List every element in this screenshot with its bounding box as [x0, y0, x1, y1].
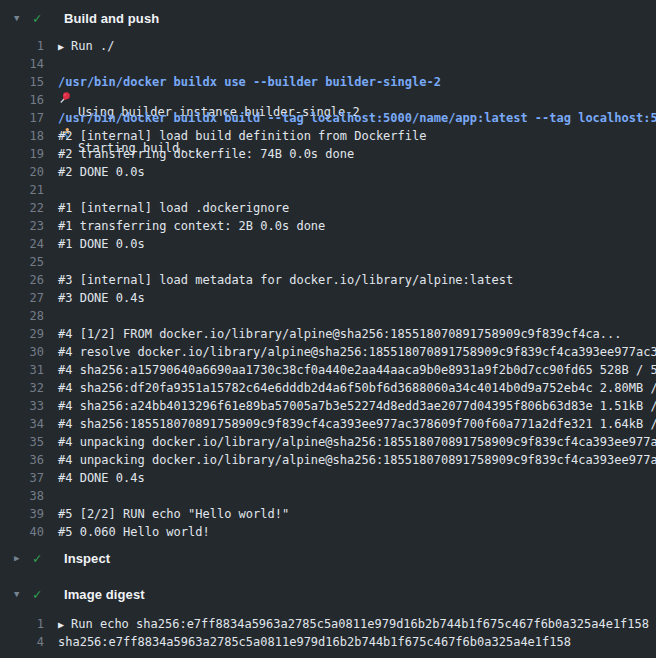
line-number: 34 [0, 415, 44, 433]
expand-run-icon[interactable]: ▶ [58, 38, 64, 56]
line-number: 16 [0, 91, 44, 109]
line-number: 39 [0, 505, 44, 523]
chevron-down-icon[interactable]: ▼ [14, 8, 26, 28]
log-line[interactable]: 38 [0, 487, 656, 505]
log-line[interactable]: 33#4 sha256:a24bb4013296f61e89ba57005a7b… [0, 397, 656, 415]
line-number: 28 [0, 307, 44, 325]
log-text: #5 0.060 Hello world! [44, 523, 210, 541]
section-header-build-and-push[interactable]: ▼ ✓ Build and push [0, 8, 656, 28]
log-line[interactable]: 30#4 resolve docker.io/library/alpine@sh… [0, 343, 656, 361]
log-text: #1 [internal] load .dockerignore [44, 199, 289, 217]
log-line[interactable]: 27#3 DONE 0.4s [0, 289, 656, 307]
log-line[interactable]: 15/usr/bin/docker buildx use --builder b… [0, 73, 656, 91]
log-text: #3 [internal] load metadata for docker.i… [44, 271, 513, 289]
line-number: 17 [0, 109, 44, 127]
line-number: 18 [0, 127, 44, 145]
chevron-right-icon[interactable]: ▶ [14, 548, 26, 568]
log-text [44, 307, 58, 325]
log-text: /usr/bin/docker buildx use --builder bui… [44, 73, 441, 91]
log-line[interactable]: 20#2 DONE 0.0s [0, 163, 656, 181]
log-line[interactable]: 17/usr/bin/docker buildx build --tag loc… [0, 109, 656, 127]
log-lines-image-digest: 1▶Run echo sha256:e7ff8834a5963a2785c5a0… [0, 615, 656, 651]
line-number: 22 [0, 199, 44, 217]
log-line[interactable]: 31#4 sha256:a15790640a6690aa1730c38cf0a4… [0, 361, 656, 379]
log-text [44, 253, 58, 271]
section-title: Build and push [64, 11, 159, 26]
log-line[interactable]: 1▶Run echo sha256:e7ff8834a5963a2785c5a0… [0, 615, 656, 633]
line-number: 25 [0, 253, 44, 271]
line-number: 14 [0, 55, 44, 73]
line-number: 31 [0, 361, 44, 379]
section-header-inspect[interactable]: ▶ ✓ Inspect [0, 548, 656, 568]
log-line[interactable]: 34#4 sha256:185518070891758909c9f839cf4c… [0, 415, 656, 433]
log-text: Starting build... [44, 91, 201, 109]
log-line[interactable]: 21 [0, 181, 656, 199]
line-number: 20 [0, 163, 44, 181]
line-number: 40 [0, 523, 44, 541]
log-line[interactable]: 14 Using builder instance builder-single… [0, 55, 656, 73]
check-success-icon: ✓ [33, 548, 49, 568]
log-text: #2 transferring dockerfile: 74B 0.0s don… [44, 145, 354, 163]
log-line[interactable]: 1▶Run ./ [0, 37, 656, 55]
line-number: 15 [0, 73, 44, 91]
log-text: #4 DONE 0.4s [44, 469, 145, 487]
line-number: 27 [0, 289, 44, 307]
line-number: 21 [0, 181, 44, 199]
log-text: #4 sha256:185518070891758909c9f839cf4ca3… [44, 415, 656, 433]
log-line[interactable]: 28 [0, 307, 656, 325]
log-line[interactable]: 32#4 sha256:df20fa9351a15782c64e6dddb2d4… [0, 379, 656, 397]
check-success-icon: ✓ [33, 8, 49, 28]
log-text: #4 sha256:a15790640a6690aa1730c38cf0a440… [44, 361, 656, 379]
log-text: #1 transferring context: 2B 0.0s done [44, 217, 325, 235]
line-number: 1 [0, 615, 44, 633]
check-success-icon: ✓ [33, 584, 49, 604]
log-line[interactable]: 35#4 unpacking docker.io/library/alpine@… [0, 433, 656, 451]
log-line[interactable]: 23#1 transferring context: 2B 0.0s done [0, 217, 656, 235]
log-text: #2 [internal] load build definition from… [44, 127, 426, 145]
log-line[interactable]: 4sha256:e7ff8834a5963a2785c5a0811e979d16… [0, 633, 656, 651]
line-number: 1 [0, 37, 44, 55]
log-line[interactable]: 40#5 0.060 Hello world! [0, 523, 656, 541]
log-text: ▶Run echo sha256:e7ff8834a5963a2785c5a08… [44, 615, 649, 633]
log-line[interactable]: 26#3 [internal] load metadata for docker… [0, 271, 656, 289]
log-text: #5 [2/2] RUN echo "Hello world!" [44, 505, 289, 523]
log-text: Using builder instance builder-single-2 [44, 55, 360, 73]
line-number: 32 [0, 379, 44, 397]
log-lines-build-and-push: 1▶Run ./14 Using builder instance builde… [0, 37, 656, 541]
log-text: #4 resolve docker.io/library/alpine@sha2… [44, 343, 656, 361]
log-text: sha256:e7ff8834a5963a2785c5a0811e979d16b… [44, 633, 571, 651]
expand-run-icon[interactable]: ▶ [58, 616, 64, 634]
log-text: #4 sha256:a24bb4013296f61e89ba57005a7b3e… [44, 397, 656, 415]
log-text: #4 unpacking docker.io/library/alpine@sh… [44, 433, 656, 451]
workflow-log-viewer: ▼ ✓ Build and push 1▶Run ./14 Using buil… [0, 0, 656, 658]
log-line[interactable]: 37#4 DONE 0.4s [0, 469, 656, 487]
log-line[interactable]: 36#4 unpacking docker.io/library/alpine@… [0, 451, 656, 469]
line-number: 19 [0, 145, 44, 163]
line-number: 29 [0, 325, 44, 343]
line-number: 36 [0, 451, 44, 469]
log-line[interactable]: 22#1 [internal] load .dockerignore [0, 199, 656, 217]
line-number: 26 [0, 271, 44, 289]
log-line[interactable]: 19#2 transferring dockerfile: 74B 0.0s d… [0, 145, 656, 163]
line-number: 33 [0, 397, 44, 415]
line-number: 23 [0, 217, 44, 235]
log-line[interactable]: 29#4 [1/2] FROM docker.io/library/alpine… [0, 325, 656, 343]
log-line[interactable]: 18#2 [internal] load build definition fr… [0, 127, 656, 145]
section-title: Inspect [64, 551, 110, 566]
log-line[interactable]: 39#5 [2/2] RUN echo "Hello world!" [0, 505, 656, 523]
chevron-down-icon[interactable]: ▼ [14, 584, 26, 604]
line-number: 35 [0, 433, 44, 451]
log-line[interactable]: 25 [0, 253, 656, 271]
log-line[interactable]: 24#1 DONE 0.0s [0, 235, 656, 253]
log-text [44, 487, 58, 505]
log-text: ▶Run ./ [44, 37, 114, 55]
log-text: /usr/bin/docker buildx build --tag local… [44, 109, 656, 127]
log-text: #1 DONE 0.0s [44, 235, 145, 253]
log-text: #3 DONE 0.4s [44, 289, 145, 307]
log-text [44, 181, 58, 199]
section-header-image-digest[interactable]: ▼ ✓ Image digest [0, 584, 656, 604]
line-number: 37 [0, 469, 44, 487]
log-text: #2 DONE 0.0s [44, 163, 145, 181]
line-number: 24 [0, 235, 44, 253]
section-title: Image digest [64, 587, 145, 602]
